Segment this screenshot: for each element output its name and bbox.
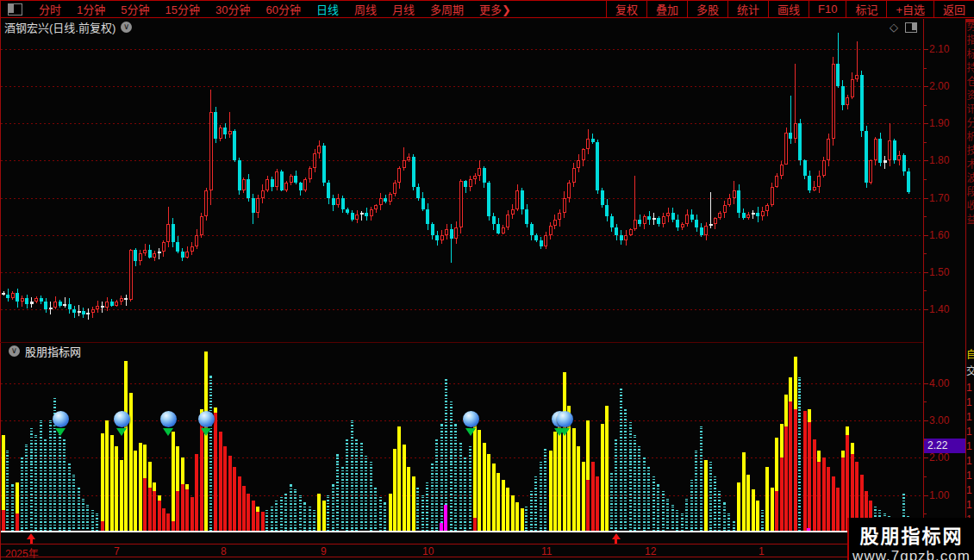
candle-body: [360, 213, 364, 215]
candle-body: [105, 302, 109, 307]
indicator-bar-yellow: [407, 467, 410, 531]
indicator-bar-cyan: [96, 513, 98, 532]
chevron-down-icon[interactable]: ∨: [9, 345, 20, 357]
indicator-bar-cyan: [63, 439, 66, 532]
axis-tick: [924, 309, 928, 310]
date-axis[interactable]: 2025年7891011121: [0, 544, 974, 557]
indicator-bar-red-part: [16, 513, 19, 531]
candle-body: [832, 64, 835, 138]
indicator-bar-cyan: [332, 484, 334, 532]
candle-body: [827, 139, 830, 161]
indicator-bar-cyan: [454, 424, 457, 532]
candle-body: [40, 298, 43, 302]
indicator-bar-yellow: [563, 372, 566, 531]
indicator-bar-cyan: [346, 439, 348, 532]
indicator-axis-label: 1.00: [929, 490, 949, 501]
candle-body: [317, 146, 321, 153]
axis-minor-tick: [924, 290, 927, 291]
indicator-bar-cyan: [44, 439, 47, 532]
candle-body: [605, 205, 609, 216]
candle-body: [275, 171, 278, 186]
strip-tab[interactable]: 1: [966, 440, 972, 452]
candle-body: [440, 235, 444, 240]
date-label-11[interactable]: 11: [541, 545, 552, 557]
candle-body: [907, 171, 910, 192]
candle-body: [322, 146, 326, 183]
indicator-bar-cyan: [416, 488, 419, 532]
indicator-bar-yellow: [204, 352, 208, 531]
date-label-9[interactable]: 9: [321, 545, 327, 557]
price-gridline: [1, 235, 922, 236]
indicator-bar-yellow: [115, 446, 118, 531]
indicator-bar-red: [238, 476, 241, 531]
indicator-bar-cyan: [365, 456, 367, 532]
strip-tab[interactable]: 1: [966, 484, 972, 496]
indicator-bar-cyan: [540, 462, 542, 532]
candle-body: [515, 190, 519, 209]
strip-tab[interactable]: 1: [966, 426, 972, 438]
indicator-bar-red: [162, 508, 165, 531]
indicator-bar-red-part: [2, 510, 5, 531]
strip-tab[interactable]: 1: [966, 396, 972, 408]
date-label-1[interactable]: 1: [759, 545, 765, 557]
chart-plot-area[interactable]: [0, 0, 974, 560]
candle-body: [492, 216, 496, 224]
candle-body: [865, 131, 868, 183]
right-edge-strip: 势指标持仓资讯分析技术波段收益自交1111111111自交: [966, 19, 974, 557]
indicator-bar-magenta: [444, 505, 447, 531]
strip-tab[interactable]: 1: [966, 499, 972, 511]
candle-body: [851, 79, 854, 98]
indicator-bar-cyan: [666, 499, 669, 532]
axis-tick: [924, 86, 928, 87]
indicator-bar-red: [223, 446, 227, 531]
strip-tab[interactable]: 自: [966, 346, 974, 361]
candle-body: [431, 224, 434, 235]
indicator-bar-cyan: [709, 462, 712, 532]
strip-tab[interactable]: 1: [966, 382, 972, 394]
candle-body: [374, 205, 378, 208]
indicator-bar-cyan: [685, 499, 688, 532]
candle-body: [101, 306, 104, 308]
candle-body: [746, 215, 750, 218]
indicator-bar-red: [252, 501, 255, 531]
indicator-bar-cyan: [676, 510, 678, 532]
indicator-bar-yellow: [412, 476, 415, 531]
candle-body: [44, 302, 47, 309]
indicator-bar-red-part: [808, 422, 811, 531]
candle-body: [403, 160, 406, 168]
candle-body: [727, 198, 731, 206]
candle-body: [172, 224, 175, 243]
date-label-7[interactable]: 7: [114, 545, 120, 557]
candle-body: [190, 246, 194, 252]
price-axis-label: 1.70: [929, 193, 949, 203]
candle-body: [233, 131, 236, 161]
date-label-12[interactable]: 12: [645, 545, 656, 557]
candle-body: [129, 250, 133, 300]
strip-tab[interactable]: 1: [966, 411, 972, 423]
signal-balloon-icon: [557, 411, 573, 427]
indicator-bar-cyan: [209, 376, 212, 532]
candle-body: [704, 226, 708, 235]
candle-body: [902, 155, 906, 171]
candle-body: [803, 160, 807, 175]
indicator-bar-red: [596, 476, 599, 531]
candle-body: [6, 295, 9, 298]
indicator-bar-cyan: [271, 507, 273, 532]
candle-body: [34, 298, 38, 302]
indicator-bar-red-part: [158, 501, 161, 531]
date-label-10[interactable]: 10: [422, 545, 434, 557]
strip-tab[interactable]: 交: [966, 363, 974, 377]
indicator-bar-red-part: [586, 480, 590, 531]
candle-body: [549, 226, 553, 235]
indicator-bar-cyan: [421, 495, 424, 532]
indicator-bar-yellow: [549, 451, 553, 531]
strip-tab[interactable]: 1: [966, 455, 972, 467]
indicator-bar-yellow: [172, 432, 175, 531]
strip-tab[interactable]: 1: [966, 470, 972, 482]
candle-body: [384, 198, 387, 202]
date-label-8[interactable]: 8: [221, 545, 227, 557]
indicator-bar-cyan: [464, 457, 466, 532]
axis-minor-tick: [924, 216, 927, 217]
indicator-bar-red: [166, 513, 170, 531]
candle-body: [82, 311, 85, 314]
